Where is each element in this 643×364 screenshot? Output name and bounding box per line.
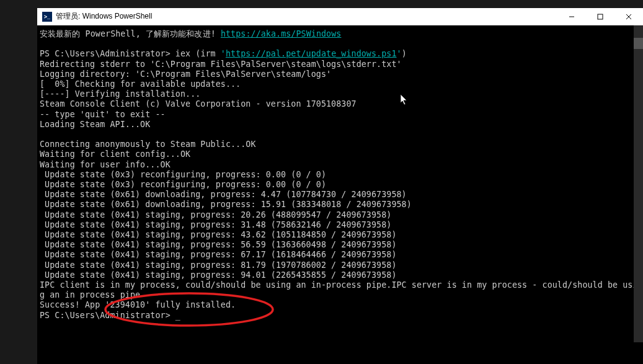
output-line: Loading Steam API...OK bbox=[40, 120, 150, 129]
output-line: Steam Console Client (c) Valve Corporati… bbox=[40, 99, 357, 109]
output-line: Update state (0x41) staging, progress: 5… bbox=[40, 240, 396, 249]
svg-rect-1 bbox=[598, 14, 603, 19]
output-line: Update state (0x41) staging, progress: 6… bbox=[40, 250, 396, 259]
minimize-button[interactable] bbox=[557, 8, 586, 25]
output-line: Logging directory: 'C:\Program Files\Pal… bbox=[40, 69, 331, 79]
command-url[interactable]: https://pal.pet/update_windows.ps1 bbox=[226, 49, 397, 58]
output-line: Update state (0x41) staging, progress: 8… bbox=[40, 260, 396, 270]
output-line: Update state (0x41) staging, progress: 2… bbox=[40, 210, 391, 220]
maximize-button[interactable] bbox=[586, 8, 614, 25]
output-line: Waiting for client config...OK bbox=[40, 149, 190, 159]
command-suffix: ) bbox=[402, 49, 407, 58]
output-line: Waiting for user info...OK bbox=[40, 160, 171, 169]
output-line: Update state (0x61) downloading, progres… bbox=[40, 200, 412, 209]
window-title: 管理员: Windows PowerShell bbox=[56, 11, 557, 22]
powershell-icon: >_ bbox=[42, 12, 52, 22]
output-line: Redirecting stderr to 'C:\Program Files\… bbox=[40, 60, 402, 69]
titlebar[interactable]: >_ 管理员: Windows PowerShell bbox=[37, 8, 643, 25]
output-line: [----] Verifying installation... bbox=[40, 89, 200, 99]
quote: ' bbox=[397, 49, 402, 58]
output-line: IPC client is in my process, could/shoul… bbox=[40, 280, 643, 290]
output-line: [ 0%] Checking for available updates... bbox=[40, 79, 241, 89]
output-line: Update state (0x61) downloading, progres… bbox=[40, 190, 407, 199]
output-line: -- type 'quit' to exit -- bbox=[40, 110, 166, 119]
output-line: Update state (0x41) staging, progress: 9… bbox=[40, 270, 396, 280]
scrollbar-thumb[interactable] bbox=[634, 38, 643, 49]
close-button[interactable] bbox=[614, 8, 643, 25]
output-line: Update state (0x3) reconfiguring, progre… bbox=[40, 170, 326, 179]
intro-url[interactable]: https://aka.ms/PSWindows bbox=[221, 29, 342, 38]
output-line: Update state (0x41) staging, progress: 3… bbox=[40, 220, 391, 229]
powershell-window: >_ 管理员: Windows PowerShell 安装最新的 PowerSh… bbox=[37, 8, 643, 364]
output-line: Update state (0x3) reconfiguring, progre… bbox=[40, 180, 326, 189]
scrollbar[interactable] bbox=[634, 25, 643, 342]
output-line: g an in process pipe bbox=[40, 290, 140, 300]
intro-text: 安装最新的 PowerShell, 了解新功能和改进! bbox=[40, 29, 221, 38]
prompt: PS C:\Users\Administrator> bbox=[40, 49, 175, 58]
command-prefix: iex (irm bbox=[175, 49, 221, 58]
output-line: Update state (0x41) staging, progress: 4… bbox=[40, 230, 396, 239]
terminal-output[interactable]: 安装最新的 PowerShell, 了解新功能和改进! https://aka.… bbox=[37, 25, 643, 364]
quote: ' bbox=[221, 49, 226, 58]
prompt: PS C:\Users\Administrator> _ bbox=[40, 311, 180, 320]
window-controls bbox=[557, 8, 643, 25]
output-line: Connecting anonymously to Steam Public..… bbox=[40, 140, 256, 149]
output-line-success: Success! App '2394010' fully installed. bbox=[40, 300, 236, 309]
